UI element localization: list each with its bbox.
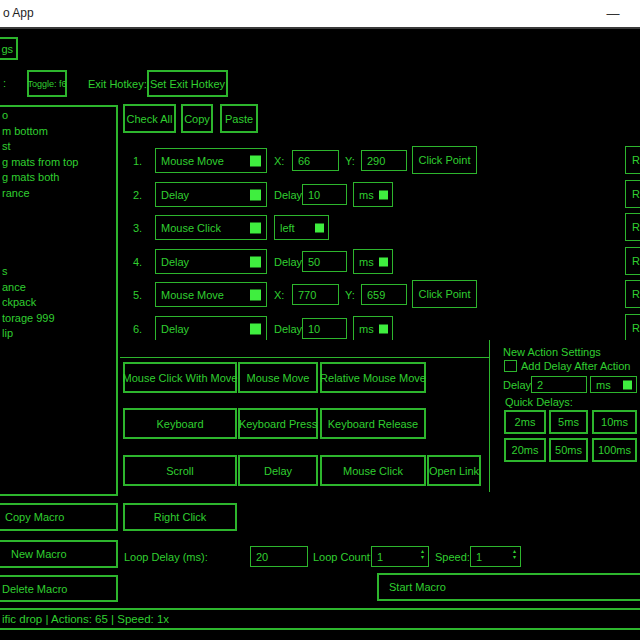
add-delay-after-action-label: Add Delay After Action bbox=[521, 360, 630, 372]
unit-value: ms bbox=[359, 189, 374, 201]
delay-input[interactable]: 50 bbox=[302, 251, 347, 272]
spinner-down-icon[interactable]: ▾ bbox=[421, 554, 424, 560]
unit-dropdown[interactable]: ms bbox=[353, 182, 393, 207]
add-keyboard-button[interactable]: Keyboard bbox=[123, 408, 237, 439]
x-input[interactable]: 66 bbox=[292, 150, 339, 171]
action-type-dropdown[interactable]: Mouse Move bbox=[155, 282, 267, 307]
quick-delay-5ms-button[interactable]: 5ms bbox=[549, 410, 588, 434]
macro-list-item[interactable]: g mats both bbox=[0, 170, 116, 186]
unit-dropdown[interactable]: ms bbox=[353, 316, 393, 340]
action-type-dropdown[interactable]: Delay bbox=[155, 316, 267, 340]
minimize-button[interactable]: — bbox=[596, 0, 630, 27]
action-type-dropdown[interactable]: Mouse Move bbox=[155, 148, 267, 173]
remove-action-button[interactable]: R bbox=[625, 247, 640, 275]
action-type-dropdown[interactable]: Delay bbox=[155, 249, 267, 274]
loop-count-spinner[interactable]: 1 ▴ ▾ bbox=[371, 546, 429, 567]
macro-list-item[interactable]: ckpack bbox=[0, 295, 116, 311]
add-keyboard-press-button[interactable]: Keyboard Press bbox=[238, 408, 318, 439]
add-relative-mouse-move-button[interactable]: Relative Mouse Move bbox=[320, 362, 426, 393]
start-macro-button[interactable]: Start Macro bbox=[377, 573, 640, 601]
macro-list-item[interactable] bbox=[0, 202, 116, 218]
remove-action-button[interactable]: R bbox=[625, 180, 640, 208]
action-row-number: 5. bbox=[133, 289, 142, 301]
new-action-unit-dropdown[interactable]: ms bbox=[590, 376, 637, 393]
x-input[interactable]: 770 bbox=[292, 284, 339, 305]
macro-list-item[interactable] bbox=[0, 248, 116, 264]
add-delay-button[interactable]: Delay bbox=[238, 455, 318, 486]
add-mouse-click-button[interactable]: Mouse Click bbox=[320, 455, 426, 486]
dropdown-indicator-icon bbox=[379, 257, 388, 266]
remove-action-button[interactable]: R bbox=[625, 314, 640, 340]
action-type-dropdown[interactable]: Mouse Click bbox=[155, 215, 267, 240]
new-action-delay-input[interactable]: 2 bbox=[531, 376, 587, 393]
spinner-down-icon[interactable]: ▾ bbox=[513, 554, 516, 560]
quick-delay-100ms-button[interactable]: 100ms bbox=[592, 438, 637, 462]
delay-label: Delay bbox=[274, 189, 302, 201]
start-macro-label: Start Macro bbox=[389, 581, 446, 593]
delay-input[interactable]: 10 bbox=[302, 184, 347, 205]
add-delay-after-action-checkbox[interactable] bbox=[504, 360, 517, 372]
macro-list-item[interactable]: rance bbox=[0, 186, 116, 202]
macro-list-item[interactable]: g mats from top bbox=[0, 155, 116, 171]
macro-list-item[interactable] bbox=[0, 217, 116, 233]
loop-count-label: Loop Count: bbox=[313, 551, 373, 563]
dropdown-indicator-icon bbox=[250, 222, 261, 233]
quick-delays-label: Quick Delays: bbox=[505, 396, 573, 408]
macro-list-item[interactable]: torage 999 bbox=[0, 311, 116, 327]
macro-list-item[interactable]: ance bbox=[0, 280, 116, 296]
set-exit-hotkey-button[interactable]: Set Exit Hotkey bbox=[147, 70, 228, 97]
unit-value: ms bbox=[359, 323, 374, 335]
remove-action-button[interactable]: R bbox=[625, 280, 640, 308]
add-scroll-button[interactable]: Scroll bbox=[123, 455, 237, 486]
speed-spinner[interactable]: 1 ▴ ▾ bbox=[470, 546, 521, 567]
add-keyboard-release-button[interactable]: Keyboard Release bbox=[320, 408, 426, 439]
quick-delay-50ms-button[interactable]: 50ms bbox=[549, 438, 588, 462]
dropdown-indicator-icon bbox=[623, 380, 632, 389]
quick-delay-20ms-button[interactable]: 20ms bbox=[504, 438, 546, 462]
check-all-button[interactable]: Check All bbox=[123, 104, 176, 133]
y-input[interactable]: 290 bbox=[361, 150, 407, 171]
new-macro-button[interactable]: New Macro bbox=[0, 540, 118, 568]
dropdown-indicator-icon bbox=[250, 155, 261, 166]
macro-list-item[interactable]: st bbox=[0, 139, 116, 155]
macro-list-item[interactable]: m bottom bbox=[0, 124, 116, 140]
macro-list[interactable]: o m bottom st g mats from top g mats bot… bbox=[0, 105, 118, 496]
paste-button[interactable]: Paste bbox=[220, 104, 258, 133]
toggle-hotkey-button[interactable]: Toggle: f6 bbox=[27, 70, 67, 97]
mouse-button-dropdown[interactable]: left bbox=[274, 215, 329, 240]
quick-delay-2ms-button[interactable]: 2ms bbox=[504, 410, 546, 434]
add-mouse-move-button[interactable]: Mouse Move bbox=[238, 362, 318, 393]
add-open-link-button[interactable]: Open Link bbox=[427, 455, 481, 486]
macro-list-item[interactable] bbox=[0, 233, 116, 249]
remove-action-button[interactable]: R bbox=[625, 213, 640, 241]
dropdown-indicator-icon bbox=[250, 256, 261, 267]
add-mouse-click-with-move-button[interactable]: Mouse Click With Move bbox=[123, 362, 237, 393]
click-point-button[interactable]: Click Point bbox=[412, 146, 477, 174]
add-right-click-button[interactable]: Right Click bbox=[123, 503, 237, 531]
x-label: X: bbox=[274, 155, 284, 167]
macro-list-item[interactable]: lip bbox=[0, 326, 116, 342]
delay-label: Delay bbox=[274, 323, 302, 335]
action-type-value: Mouse Move bbox=[161, 155, 224, 167]
delete-macro-button[interactable]: Delete Macro bbox=[0, 575, 118, 602]
mouse-button-value: left bbox=[280, 222, 295, 234]
click-point-button[interactable]: Click Point bbox=[412, 280, 477, 308]
delete-macro-label: Delete Macro bbox=[2, 583, 67, 595]
tab-settings[interactable]: gs bbox=[0, 37, 18, 60]
dropdown-indicator-icon bbox=[250, 323, 261, 334]
status-bar: ific drop | Actions: 65 | Speed: 1x bbox=[0, 608, 640, 630]
y-input[interactable]: 659 bbox=[361, 284, 407, 305]
action-row-number: 3. bbox=[133, 222, 142, 234]
copy-button[interactable]: Copy bbox=[181, 104, 213, 133]
dropdown-indicator-icon bbox=[379, 324, 388, 333]
remove-action-button[interactable]: R bbox=[625, 146, 640, 174]
quick-delay-10ms-button[interactable]: 10ms bbox=[592, 410, 637, 434]
action-type-value: Delay bbox=[161, 323, 189, 335]
action-type-dropdown[interactable]: Delay bbox=[155, 182, 267, 207]
macro-list-item[interactable]: s bbox=[0, 264, 116, 280]
loop-delay-input[interactable]: 20 bbox=[250, 546, 308, 567]
unit-dropdown[interactable]: ms bbox=[353, 249, 393, 274]
delay-input[interactable]: 10 bbox=[302, 318, 347, 339]
macro-list-item[interactable]: o bbox=[0, 108, 116, 124]
copy-macro-button[interactable]: Copy Macro bbox=[0, 503, 118, 531]
